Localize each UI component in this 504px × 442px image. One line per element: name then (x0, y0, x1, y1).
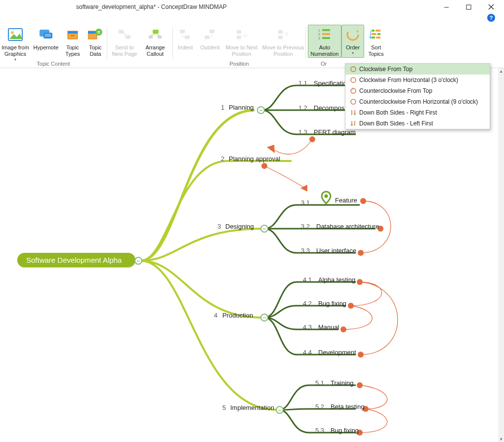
svg-rect-1 (466, 5, 471, 9)
image-from-graphics-button[interactable]: Image fromGraphics ▾ (0, 25, 31, 62)
hypernote-button[interactable]: Hypernote (31, 25, 61, 62)
collapse-toggle[interactable]: – (257, 106, 265, 114)
indent-icon (176, 26, 194, 43)
svg-rect-29 (237, 30, 241, 34)
topic-alpha-testing[interactable]: Alpha testing (318, 276, 355, 283)
button-label: TopicData (89, 44, 102, 57)
topic-training[interactable]: Training (331, 379, 353, 387)
ribbon-group-arrange: Send toNew Page ArrangeCallout (107, 25, 172, 68)
maximize-button[interactable] (458, 0, 480, 14)
chevron-down-icon: ▾ (352, 51, 354, 55)
svg-rect-20 (153, 30, 159, 34)
close-button[interactable] (480, 0, 502, 14)
group-label: Position (173, 61, 305, 67)
arrange-callout-button[interactable]: ArrangeCallout (140, 25, 170, 57)
collapse-toggle[interactable]: – (134, 257, 142, 265)
topic-number: 5.3 (315, 427, 324, 434)
topic-planning-approval[interactable]: Planning approval (229, 155, 280, 162)
topic-bug-fixing-impl[interactable]: Bug fixing (331, 427, 359, 434)
menu-item-label: Counterclockwise From Horizontal (9 o'cl… (359, 98, 478, 105)
topic-pert-diagram[interactable]: PERT diagram (314, 128, 356, 136)
svg-rect-45 (376, 37, 380, 39)
topic-decomposition[interactable]: Decompositi (314, 104, 349, 112)
ribbon: Image fromGraphics ▾ Hypernote TopicType… (0, 23, 504, 68)
svg-rect-16 (97, 31, 100, 32)
scroll-down-button[interactable]: ▾ (498, 436, 504, 442)
menu-item-down-left[interactable]: Down Both Sides - Left First (345, 118, 490, 129)
button-label: ArrangeCallout (145, 44, 165, 57)
topic-number: 2 (221, 155, 224, 162)
svg-rect-27 (210, 30, 214, 33)
button-label: Indent (178, 44, 193, 51)
menu-item-counter-horiz[interactable]: Counterclockwise From Horizontal (9 o'cl… (345, 96, 490, 107)
menu-item-label: Clockwise From Horizontal (3 o'clock) (359, 77, 458, 83)
topic-number: 5.2 (315, 403, 324, 410)
topic-planning[interactable]: Planning (229, 104, 254, 111)
numeration-icon: 123 (316, 26, 334, 43)
picture-icon (6, 26, 24, 43)
svg-rect-17 (97, 33, 100, 33)
topic-implementation[interactable]: Implementation (230, 404, 274, 411)
scroll-up-button[interactable]: ▴ (498, 68, 504, 74)
svg-rect-12 (71, 35, 75, 36)
down-right-icon (347, 108, 359, 117)
topic-designing[interactable]: Designing (225, 223, 254, 230)
svg-point-47 (351, 78, 356, 82)
topic-database-architecture[interactable]: Database architecture (316, 223, 379, 230)
chat-icon (37, 26, 55, 43)
order-button[interactable]: Order ▾ (341, 25, 364, 58)
menu-item-clockwise-horiz[interactable]: Clockwise From Horizontal (3 o'clock) (345, 75, 490, 85)
button-label: Send toNew Page (112, 44, 137, 57)
svg-rect-26 (185, 36, 190, 39)
help-icon[interactable]: ? (487, 14, 495, 22)
menu-item-clockwise-top[interactable]: Clockwise From Top (345, 64, 490, 75)
sort-icon (367, 26, 385, 43)
pin-icon (320, 191, 332, 206)
topic-beta-testing[interactable]: Beta testing (331, 403, 365, 410)
collapse-toggle[interactable]: – (276, 406, 284, 414)
svg-rect-32 (278, 36, 283, 39)
topic-user-interface[interactable]: User interface (316, 247, 356, 254)
topic-data-button[interactable]: TopicData (84, 25, 107, 62)
svg-rect-31 (278, 30, 283, 34)
topic-number: 4.3 (303, 323, 312, 331)
down-left-icon (347, 119, 359, 128)
minimize-button[interactable] (435, 0, 458, 14)
svg-point-49 (351, 99, 356, 104)
svg-point-5 (11, 31, 14, 34)
help-row: ? (0, 14, 504, 23)
button-label: AutoNumeration (311, 44, 339, 57)
move-next-button: Move to NextPosition (222, 25, 261, 57)
topic-number: 4 (214, 312, 217, 319)
topic-bug-fixing-prod[interactable]: Bug fixing (318, 300, 346, 307)
auto-numeration-button[interactable]: 123 AutoNumeration (308, 25, 341, 58)
collapse-toggle[interactable]: – (260, 314, 268, 321)
button-label: Order (346, 44, 360, 51)
sort-topics-button[interactable]: SortTopics (364, 25, 388, 58)
menu-item-counter-top[interactable]: Counterclockwise From Top (345, 85, 490, 96)
menu-item-label: Counterclockwise From Top (359, 87, 432, 94)
root-topic[interactable]: Software Development Alpha (17, 253, 135, 267)
topic-manual[interactable]: Manual (318, 323, 339, 331)
svg-rect-11 (68, 31, 78, 34)
scrollbar-track[interactable] (498, 68, 504, 442)
group-label: Topic Content (0, 61, 107, 67)
topic-types-button[interactable]: TopicTypes (61, 25, 84, 62)
svg-rect-41 (376, 30, 380, 32)
topic-development[interactable]: Development (318, 349, 356, 356)
topic-number: 1 (221, 104, 224, 111)
counter-horiz-icon (347, 97, 359, 106)
menu-item-down-right[interactable]: Down Both Sides - Right First (345, 107, 490, 118)
topic-feature[interactable]: Feature (335, 197, 357, 204)
menu-item-label: Down Both Sides - Right First (359, 109, 437, 116)
clockwise-horiz-icon (347, 76, 359, 84)
topic-production[interactable]: Production (222, 312, 253, 319)
collapse-toggle[interactable]: – (260, 225, 268, 233)
topic-number: 5 (222, 404, 226, 411)
topic-number: 4.4 (303, 349, 312, 356)
ribbon-group-order: 123 AutoNumeration Order ▾ SortTopics Or (306, 25, 390, 68)
drawer-icon (64, 26, 82, 43)
topic-number: 1.1 (298, 80, 307, 87)
svg-rect-30 (237, 36, 241, 39)
svg-rect-7 (43, 33, 52, 39)
